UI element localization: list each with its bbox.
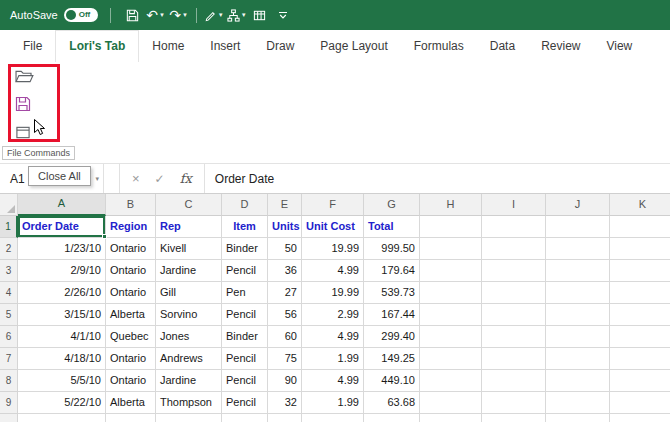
cell-j5[interactable]: [546, 304, 610, 326]
select-all-button[interactable]: [0, 194, 18, 216]
cell-d7[interactable]: Pencil: [222, 348, 268, 370]
cell-j3[interactable]: [546, 260, 610, 282]
qat-flowchart-button[interactable]: ▼: [227, 3, 247, 27]
cell-k5[interactable]: [610, 304, 670, 326]
row-header-overflow[interactable]: [0, 414, 18, 422]
column-header-e[interactable]: E: [268, 194, 302, 216]
cell-e1[interactable]: Units: [268, 216, 302, 238]
cell-g6[interactable]: 299.40: [364, 326, 420, 348]
open-button[interactable]: [14, 66, 44, 90]
tab-lori-s-tab[interactable]: Lori's Tab: [55, 30, 139, 62]
cell-g7[interactable]: 149.25: [364, 348, 420, 370]
cell-f8[interactable]: 4.99: [302, 370, 364, 392]
row-header-3[interactable]: 3: [0, 260, 18, 282]
cell-overflow[interactable]: [18, 414, 106, 422]
cell-e4[interactable]: 27: [268, 282, 302, 304]
chevron-down-icon[interactable]: ▾: [95, 175, 99, 183]
tab-home[interactable]: Home: [139, 30, 197, 62]
cell-a9[interactable]: 5/22/10: [18, 392, 106, 414]
cell-f7[interactable]: 1.99: [302, 348, 364, 370]
row-header-5[interactable]: 5: [0, 304, 18, 326]
cell-a3[interactable]: 2/9/10: [18, 260, 106, 282]
row-header-6[interactable]: 6: [0, 326, 18, 348]
qat-table-button[interactable]: [250, 3, 270, 27]
cell-i6[interactable]: [482, 326, 546, 348]
qat-pen-button[interactable]: ▼: [204, 3, 224, 27]
qat-undo-button[interactable]: ↶▼: [146, 3, 166, 27]
cell-e8[interactable]: 90: [268, 370, 302, 392]
cell-h3[interactable]: [420, 260, 482, 282]
cell-f9[interactable]: 1.99: [302, 392, 364, 414]
cell-i9[interactable]: [482, 392, 546, 414]
cell-c8[interactable]: Jardine: [156, 370, 222, 392]
cell-d2[interactable]: Binder: [222, 238, 268, 260]
cell-j1[interactable]: [546, 216, 610, 238]
cell-i7[interactable]: [482, 348, 546, 370]
formula-input[interactable]: Order Date: [205, 164, 670, 193]
cell-h6[interactable]: [420, 326, 482, 348]
column-header-f[interactable]: F: [302, 194, 364, 216]
cell-f4[interactable]: 19.99: [302, 282, 364, 304]
cell-k2[interactable]: [610, 238, 670, 260]
cell-g3[interactable]: 179.64: [364, 260, 420, 282]
tab-draw[interactable]: Draw: [253, 30, 307, 62]
column-header-h[interactable]: H: [420, 194, 482, 216]
cell-d5[interactable]: Pencil: [222, 304, 268, 326]
cell-k3[interactable]: [610, 260, 670, 282]
cell-c7[interactable]: Andrews: [156, 348, 222, 370]
cell-c5[interactable]: Sorvino: [156, 304, 222, 326]
column-header-c[interactable]: C: [156, 194, 222, 216]
cell-b7[interactable]: Ontario: [106, 348, 156, 370]
cell-e6[interactable]: 60: [268, 326, 302, 348]
cell-e5[interactable]: 56: [268, 304, 302, 326]
row-header-7[interactable]: 7: [0, 348, 18, 370]
cell-h5[interactable]: [420, 304, 482, 326]
cell-c9[interactable]: Thompson: [156, 392, 222, 414]
cell-j2[interactable]: [546, 238, 610, 260]
cell-d8[interactable]: Pencil: [222, 370, 268, 392]
column-header-j[interactable]: J: [546, 194, 610, 216]
cell-k9[interactable]: [610, 392, 670, 414]
qat-save-button[interactable]: [123, 3, 143, 27]
cell-d4[interactable]: Pen: [222, 282, 268, 304]
cell-c1[interactable]: Rep: [156, 216, 222, 238]
cell-k1[interactable]: [610, 216, 670, 238]
cell-b2[interactable]: Ontario: [106, 238, 156, 260]
cell-c6[interactable]: Jones: [156, 326, 222, 348]
cell-b8[interactable]: Ontario: [106, 370, 156, 392]
column-header-d[interactable]: D: [222, 194, 268, 216]
cell-i5[interactable]: [482, 304, 546, 326]
tab-view[interactable]: View: [593, 30, 645, 62]
cell-b1[interactable]: Region: [106, 216, 156, 238]
cell-h9[interactable]: [420, 392, 482, 414]
column-header-k[interactable]: K: [610, 194, 670, 216]
cell-overflow[interactable]: [546, 414, 610, 422]
cell-c4[interactable]: Gill: [156, 282, 222, 304]
cell-c3[interactable]: Jardine: [156, 260, 222, 282]
column-header-a[interactable]: A: [18, 194, 106, 216]
cell-overflow[interactable]: [268, 414, 302, 422]
cell-h8[interactable]: [420, 370, 482, 392]
cell-e9[interactable]: 32: [268, 392, 302, 414]
cell-overflow[interactable]: [156, 414, 222, 422]
enter-button[interactable]: ✓: [155, 173, 165, 185]
row-header-2[interactable]: 2: [0, 238, 18, 260]
qat-redo-button[interactable]: ↷▼: [169, 3, 189, 27]
cell-h7[interactable]: [420, 348, 482, 370]
cell-i8[interactable]: [482, 370, 546, 392]
cell-a5[interactable]: 3/15/10: [18, 304, 106, 326]
cell-e3[interactable]: 36: [268, 260, 302, 282]
cell-g4[interactable]: 539.73: [364, 282, 420, 304]
cell-g8[interactable]: 449.10: [364, 370, 420, 392]
cell-f6[interactable]: 4.99: [302, 326, 364, 348]
cell-j8[interactable]: [546, 370, 610, 392]
cell-d9[interactable]: Pencil: [222, 392, 268, 414]
cell-k7[interactable]: [610, 348, 670, 370]
cell-h2[interactable]: [420, 238, 482, 260]
cell-k6[interactable]: [610, 326, 670, 348]
fill-handle[interactable]: [102, 234, 107, 239]
row-header-8[interactable]: 8: [0, 370, 18, 392]
cell-j4[interactable]: [546, 282, 610, 304]
insert-function-button[interactable]: fx: [180, 172, 192, 185]
cell-a1[interactable]: Order Date: [18, 216, 106, 238]
